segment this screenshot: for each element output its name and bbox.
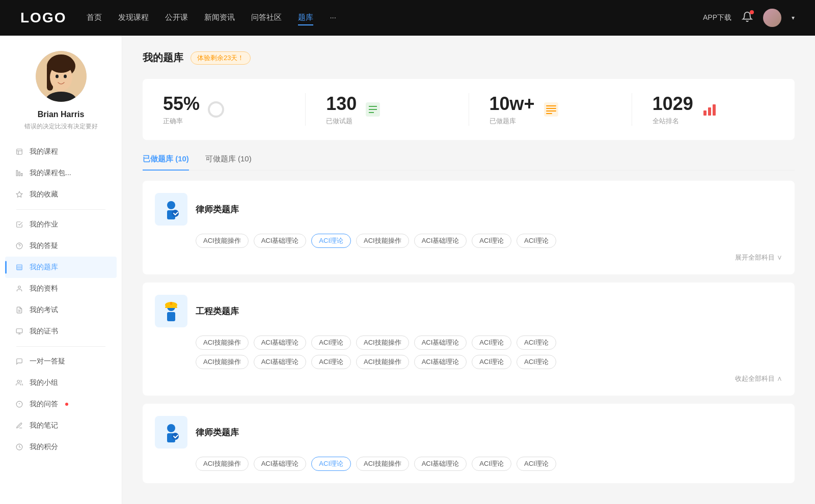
svg-rect-41 bbox=[546, 110, 556, 111]
tag[interactable]: ACI理论 bbox=[472, 457, 511, 471]
qbank-header-1: 律师类题库 bbox=[155, 193, 782, 226]
svg-rect-52 bbox=[165, 306, 177, 308]
tag[interactable]: ACI技能操作 bbox=[196, 234, 249, 248]
username: Brian Harris bbox=[38, 110, 85, 119]
chart-red-icon bbox=[700, 100, 719, 119]
tag[interactable]: ACI理论 bbox=[311, 335, 351, 350]
tab-available[interactable]: 可做题库 (10) bbox=[205, 154, 252, 170]
tag[interactable]: ACI基础理论 bbox=[254, 335, 307, 350]
sidebar-item-notes[interactable]: 我的笔记 bbox=[5, 415, 117, 436]
sidebar-item-my-courses[interactable]: 我的课程 bbox=[5, 141, 117, 162]
tag[interactable]: ACI理论 bbox=[472, 355, 511, 369]
stat-banks: 10w+ 已做题库 bbox=[490, 93, 632, 126]
nav-right: APP下载 ▾ bbox=[703, 9, 795, 27]
svg-point-27 bbox=[17, 380, 20, 383]
tag-active[interactable]: ACI理论 bbox=[311, 457, 351, 471]
sidebar-item-points[interactable]: 我的积分 bbox=[5, 436, 117, 458]
qbank-title-3: 律师类题库 bbox=[196, 427, 239, 438]
sidebar-item-cert[interactable]: 我的证书 bbox=[5, 321, 117, 342]
qbank-tags-2: ACI技能操作 ACI基础理论 ACI理论 ACI技能操作 ACI基础理论 AC… bbox=[155, 335, 782, 369]
sidebar-item-group[interactable]: 我的小组 bbox=[5, 372, 117, 394]
tag[interactable]: ACI基础理论 bbox=[414, 355, 467, 369]
sidebar-item-homework[interactable]: 我的作业 bbox=[5, 214, 117, 235]
qbank-card-1: 律师类题库 ACI技能操作 ACI基础理论 ACI理论 ACI技能操作 ACI基… bbox=[143, 181, 795, 274]
app-download-link[interactable]: APP下载 bbox=[703, 13, 731, 22]
tag[interactable]: ACI理论 bbox=[472, 335, 511, 350]
qbank-card-2: 工程类题库 ACI技能操作 ACI基础理论 ACI理论 ACI技能操作 ACI基… bbox=[143, 283, 795, 396]
nav-bank[interactable]: 题库 bbox=[298, 11, 313, 25]
sidebar-item-label: 我的考试 bbox=[30, 305, 58, 315]
tag-active[interactable]: ACI理论 bbox=[311, 234, 351, 248]
nav-news[interactable]: 新闻资讯 bbox=[204, 11, 235, 25]
qbank-footer-1: 展开全部科目 ∨ bbox=[155, 253, 782, 262]
lawyer-icon-3 bbox=[155, 416, 187, 449]
notification-dot bbox=[65, 403, 68, 406]
bank-orange-icon bbox=[542, 100, 560, 119]
qbank-header-2: 工程类题库 bbox=[155, 295, 782, 327]
tag[interactable]: ACI基础理论 bbox=[254, 355, 307, 369]
qbank-title-1: 律师类题库 bbox=[196, 204, 239, 215]
tag[interactable]: ACI理论 bbox=[472, 234, 511, 248]
sidebar-item-profile[interactable]: 我的资料 bbox=[5, 278, 117, 299]
nav-more[interactable]: ··· bbox=[330, 11, 336, 25]
nav-courses[interactable]: 发现课程 bbox=[118, 11, 149, 25]
pie-icon bbox=[207, 100, 225, 119]
tag[interactable]: ACI技能操作 bbox=[196, 457, 249, 471]
tag[interactable]: ACI技能操作 bbox=[356, 234, 409, 248]
sidebar-item-label: 我的积分 bbox=[30, 442, 58, 452]
tag[interactable]: ACI理论 bbox=[517, 335, 556, 350]
tag[interactable]: ACI理论 bbox=[517, 355, 556, 369]
svg-marker-15 bbox=[16, 191, 22, 197]
sidebar-item-label: 我的问答 bbox=[30, 400, 58, 409]
svg-rect-40 bbox=[546, 108, 556, 109]
svg-rect-38 bbox=[544, 102, 558, 117]
tag[interactable]: ACI基础理论 bbox=[254, 457, 307, 471]
tag[interactable]: ACI理论 bbox=[517, 234, 556, 248]
tag[interactable]: ACI技能操作 bbox=[196, 335, 249, 350]
tag[interactable]: ACI基础理论 bbox=[254, 234, 307, 248]
sidebar-item-qa-me[interactable]: 我的答疑 bbox=[5, 235, 117, 257]
task-icon bbox=[15, 220, 23, 229]
sidebar-item-my-answers[interactable]: 我的问答 bbox=[5, 394, 117, 415]
nav-home[interactable]: 首页 bbox=[87, 11, 102, 25]
tabs: 已做题库 (10) 可做题库 (10) bbox=[143, 154, 795, 171]
avatar[interactable] bbox=[763, 9, 781, 27]
expand-link-1[interactable]: 展开全部科目 ∨ bbox=[735, 253, 782, 262]
sidebar-item-label: 我的课程包... bbox=[30, 169, 71, 178]
group-icon bbox=[15, 379, 23, 387]
nav-links: 首页 发现课程 公开课 新闻资讯 问答社区 题库 ··· bbox=[87, 11, 683, 25]
collapse-link-2[interactable]: 收起全部科目 ∧ bbox=[735, 374, 782, 383]
chevron-down-icon[interactable]: ▾ bbox=[792, 14, 795, 21]
sidebar-item-1on1[interactable]: 一对一答疑 bbox=[5, 351, 117, 372]
sidebar: Brian Harris 错误的决定比没有决定要好 我的课程 我的课程包... bbox=[0, 36, 122, 504]
sidebar-item-label: 我的小组 bbox=[30, 378, 58, 387]
tag[interactable]: ACI技能操作 bbox=[356, 335, 409, 350]
page-title: 我的题库 bbox=[143, 51, 183, 65]
sidebar-item-favorites[interactable]: 我的收藏 bbox=[5, 184, 117, 205]
svg-rect-14 bbox=[21, 174, 22, 176]
nav-qa[interactable]: 问答社区 bbox=[251, 11, 282, 25]
svg-point-7 bbox=[56, 75, 59, 78]
stat-questions: 130 已做试题 bbox=[326, 93, 469, 126]
tag[interactable]: ACI理论 bbox=[517, 457, 556, 471]
sidebar-item-exam[interactable]: 我的考试 bbox=[5, 299, 117, 321]
tag[interactable]: ACI技能操作 bbox=[196, 355, 249, 369]
tag[interactable]: ACI技能操作 bbox=[356, 355, 409, 369]
sidebar-item-course-pack[interactable]: 我的课程包... bbox=[5, 162, 117, 184]
sidebar-item-my-bank[interactable]: 我的题库 bbox=[5, 257, 117, 278]
qbank-tags-3: ACI技能操作 ACI基础理论 ACI理论 ACI技能操作 ACI基础理论 AC… bbox=[155, 457, 782, 471]
question-icon bbox=[15, 242, 23, 250]
nav-open[interactable]: 公开课 bbox=[165, 11, 188, 25]
svg-rect-53 bbox=[170, 302, 172, 305]
navigation: LOGO 首页 发现课程 公开课 新闻资讯 问答社区 题库 ··· APP下载 … bbox=[0, 0, 815, 36]
tab-done[interactable]: 已做题库 (10) bbox=[143, 154, 189, 170]
tag[interactable]: ACI基础理论 bbox=[414, 335, 467, 350]
tag[interactable]: ACI基础理论 bbox=[414, 234, 467, 248]
svg-point-32 bbox=[209, 102, 223, 117]
svg-point-4 bbox=[48, 54, 74, 73]
tag[interactable]: ACI基础理论 bbox=[414, 457, 467, 471]
tag[interactable]: ACI技能操作 bbox=[356, 457, 409, 471]
tag[interactable]: ACI理论 bbox=[311, 355, 351, 369]
notification-bell[interactable] bbox=[742, 11, 753, 24]
note-icon bbox=[15, 422, 23, 430]
